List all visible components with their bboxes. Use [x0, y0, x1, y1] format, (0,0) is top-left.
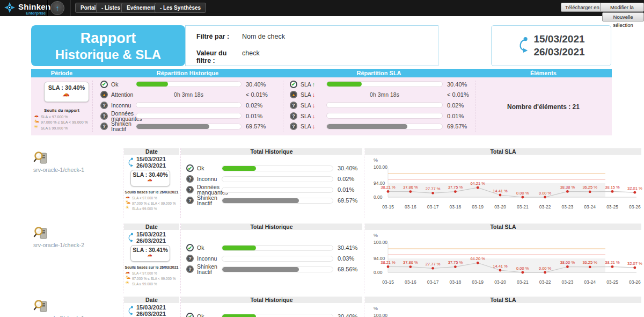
- seuils-legend: SLA < 97.000 %97.000 % ≤ SLA < 99.000 %S…: [125, 195, 175, 211]
- summary-header-elements: Éléments: [475, 69, 612, 77]
- sla-line-chart: %100.00: [365, 304, 641, 317]
- sla-line-chart: %100.0094.000.0038.21 %03-1537.86 %03-16…: [365, 155, 641, 215]
- topbar-divider: [47, 0, 48, 16]
- data-point: [454, 265, 457, 268]
- svg-text:0.00 %: 0.00 %: [539, 266, 552, 271]
- service-name-link[interactable]: srv-oracle-2/check-1: [33, 315, 84, 317]
- sla-badge: SLA : 30.40%: [130, 170, 170, 186]
- progress-bar: [326, 81, 443, 87]
- status-label: Ok: [197, 165, 222, 171]
- question-icon: ?: [186, 175, 194, 183]
- progress-bar: [136, 102, 241, 108]
- seuil-item: SLA ≥ 99.000 %: [125, 281, 175, 286]
- data-point: [544, 271, 546, 274]
- scroll-top-button[interactable]: ↑: [50, 1, 64, 15]
- service-name-link[interactable]: srv-oracle-1/check-2: [33, 242, 84, 248]
- modify-selection-button[interactable]: Modifier la sélection: [600, 3, 644, 12]
- status-row: ✔Ok30.40%: [186, 163, 357, 174]
- arrow-down-icon: ↓: [312, 91, 315, 98]
- row-divider: [364, 224, 364, 293]
- summary-header-sla: Répartition SLA: [283, 69, 475, 77]
- svg-text:27.77 %: 27.77 %: [426, 186, 441, 191]
- topbar: Shinken™ Enterprise ↑ Portail - Listes E…: [0, 0, 644, 16]
- sla-line-chart: %100.0094.000.0038.21 %03-1537.86 %03-16…: [365, 230, 641, 291]
- row-period: 15/03/2021 26/03/2021: [127, 305, 166, 317]
- progress-bar: [136, 113, 241, 119]
- warning-icon: ▲: [290, 91, 297, 98]
- date-column-header: Date: [124, 297, 179, 303]
- seuil-text: 97.000 % ≤ SLA < 99.000 %: [132, 277, 175, 280]
- percent-value: 0.01%: [443, 113, 464, 119]
- filter-row: Filtré par : Nom de check: [196, 33, 285, 40]
- percent-value: 30.41%: [333, 244, 357, 251]
- status-row: ?SLA↓0.01%: [290, 111, 469, 121]
- seuil-item: SLA ≥ 99.000 %: [34, 125, 88, 131]
- new-selection-button[interactable]: Nouvelle sélection: [602, 12, 644, 21]
- percent-value: 0.01%: [333, 186, 354, 193]
- seuil-text: 97.000 % ≤ SLA < 99.000 %: [132, 201, 175, 205]
- status-row: ?Données manquantes0.01%: [100, 111, 268, 121]
- shinken-logo-icon: [3, 2, 16, 13]
- arrow-down-icon: ↓: [312, 113, 315, 119]
- seuils-legend: SLA < 97.000 %97.000 % ≤ SLA < 99.000 %S…: [34, 114, 88, 131]
- percent-value: 69.57%: [241, 123, 266, 129]
- filter-label: Filtré par :: [196, 33, 242, 40]
- svg-text:03-16: 03-16: [405, 204, 416, 210]
- percent-value: 69.57%: [333, 197, 357, 204]
- svg-text:36.25 %: 36.25 %: [582, 185, 597, 190]
- progress-bar: [326, 113, 443, 119]
- data-point: [387, 190, 390, 193]
- question-icon: ?: [100, 112, 108, 120]
- svg-text:0.00 %: 0.00 %: [516, 191, 529, 196]
- svg-text:38.00 %: 38.00 %: [560, 260, 575, 265]
- percent-value: 0.02%: [443, 102, 464, 109]
- status-row: ✔Ok30.40%: [186, 311, 357, 317]
- percent-value: 30.40%: [241, 81, 266, 88]
- status-label: Inconnu: [111, 103, 136, 108]
- nav-syntheses[interactable]: - Les Synthèses: [155, 3, 206, 13]
- percent-value: 30.40%: [333, 165, 357, 171]
- historique-column-header: Total Historique: [181, 297, 362, 303]
- data-point: [633, 266, 636, 269]
- data-point: [477, 262, 479, 264]
- status-row: ✔Ok30.40%: [100, 79, 268, 90]
- svg-text:03-19: 03-19: [472, 204, 484, 210]
- historique-status-list: ✔Ok30.41%?Inconnu0.03%?Shinken Inactif69…: [186, 242, 357, 275]
- column-divider: [92, 81, 93, 132]
- svg-text:0.00: 0.00: [374, 270, 383, 275]
- status-label: Attention: [111, 92, 136, 97]
- data-point: [477, 186, 479, 189]
- progress-bar: [222, 256, 333, 262]
- svg-text:14.41 %: 14.41 %: [493, 264, 508, 269]
- data-point: [431, 267, 434, 270]
- status-label: SLA↓: [301, 113, 326, 119]
- period-start: 15/03/2021: [136, 156, 166, 163]
- sla-column-header: Total SLA: [365, 148, 641, 155]
- row-period-dates: 15/03/2021 26/03/2021: [136, 305, 166, 317]
- filter-box: Filtré par : Nom de check Valeur du filt…: [185, 25, 438, 66]
- arrow-down-icon: ↓: [312, 123, 315, 129]
- svg-text:27.77 %: 27.77 %: [426, 262, 441, 266]
- ok-check-icon: ✔: [290, 81, 297, 88]
- question-icon: ?: [100, 123, 108, 130]
- svg-text:32.01 %: 32.01 %: [627, 186, 642, 191]
- summary-header: Période Répartition Historique Répartiti…: [31, 69, 612, 77]
- svg-text:03-25: 03-25: [606, 279, 618, 285]
- svg-text:03-26: 03-26: [629, 279, 641, 285]
- status-row: ?Données manquantes0.01%: [186, 184, 357, 195]
- svg-text:32.07 %: 32.07 %: [627, 261, 642, 266]
- data-point: [387, 265, 390, 268]
- svg-text:0.00 %: 0.00 %: [539, 191, 552, 196]
- status-label: SLA↓: [301, 124, 326, 129]
- progress-bar: [222, 314, 333, 317]
- svg-text:03-24: 03-24: [584, 204, 596, 210]
- question-icon: ?: [290, 112, 297, 120]
- svg-text:37.75 %: 37.75 %: [448, 185, 463, 190]
- status-label: Shinken Inactif: [197, 195, 222, 206]
- svg-text:38.21 %: 38.21 %: [380, 185, 396, 190]
- service-row: srv-oracle-2/check-1 Date Total Historiq…: [0, 297, 644, 317]
- row-period-dates: 15/03/2021 26/03/2021: [136, 156, 166, 169]
- svg-text:38.15 %: 38.15 %: [605, 185, 620, 190]
- service-name-link[interactable]: srv-oracle-1/check-1: [33, 167, 84, 173]
- data-point: [611, 190, 614, 193]
